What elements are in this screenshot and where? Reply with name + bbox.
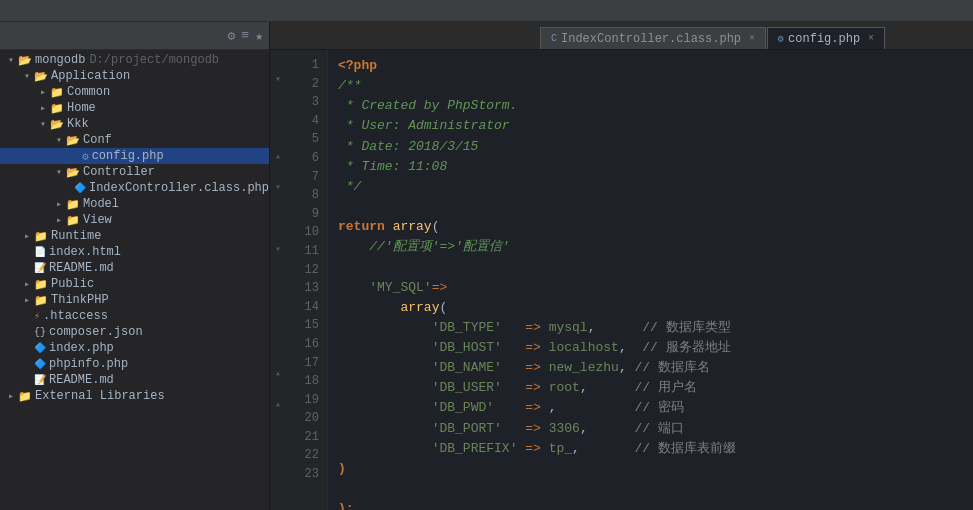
tree-item-kkk[interactable]: 📂Kkk [0,116,269,132]
code-line-23: ); [338,499,963,510]
line-num-13: 13 [292,279,319,298]
gutter-10[interactable] [270,196,286,212]
tree-item-readmemd[interactable]: 📝README.md [0,260,269,276]
gutter-13[interactable]: ▾ [270,242,286,258]
tree-arrow-application [20,70,34,82]
gutter-15[interactable] [270,273,286,289]
menu-conf[interactable] [52,9,68,13]
tree-item-indexhtml[interactable]: 📄index.html [0,244,269,260]
tree-item-thinkphp[interactable]: 📁ThinkPHP [0,292,269,308]
gutter-3[interactable] [270,87,286,103]
tree-item-common[interactable]: 📁Common [0,84,269,100]
tab-close-indexcontroller[interactable]: × [749,33,755,44]
tree-label-home: Home [67,101,96,115]
gutter-14[interactable] [270,258,286,274]
tree-label-composerjson: composer.json [49,325,143,339]
tree-item-indexcontrollerphp[interactable]: 🔷IndexController.class.php [0,180,269,196]
tree-item-htaccess[interactable]: ⚡.htaccess [0,308,269,324]
tree-label-readmemd: README.md [49,261,114,275]
tree-arrow-thinkphp [20,294,34,306]
gutter-23[interactable]: ▴ [270,397,286,413]
file-icon-configphp: ⚙ [82,150,89,163]
tab-close-config[interactable]: × [868,33,874,44]
menu-application[interactable] [20,9,36,13]
gutter-18[interactable] [270,320,286,336]
gutter-16[interactable] [270,289,286,305]
code-gutter: ▾▴▾▾▴▴ [270,50,286,510]
gutter-6[interactable] [270,134,286,150]
tree-item-phpinfophp[interactable]: 🔷phpinfo.php [0,356,269,372]
file-icon-phpinfophp: 🔷 [34,358,46,370]
tree-arrow-conf [52,134,66,146]
tree-item-configphp[interactable]: ⚙config.php [0,148,269,164]
line-num-3: 3 [292,93,319,112]
code-line-14: 'DB_TYPE' => mysql, // 数据库类型 [338,318,963,338]
code-editor[interactable]: ▾▴▾▾▴▴ 123456789101112131415161718192021… [270,50,973,510]
gutter-22[interactable] [270,382,286,398]
gutter-1[interactable] [270,56,286,72]
tab-config[interactable]: ⚙config.php× [767,27,885,49]
code-line-15: 'DB_HOST' => localhost, // 服务器地址 [338,338,963,358]
file-icon-indexcontrollerphp: 🔷 [74,182,86,194]
code-line-9: return array( [338,217,963,237]
tree-item-application[interactable]: 📂Application [0,68,269,84]
tree-item-external[interactable]: 📁External Libraries [0,388,269,404]
file-icon-indexhtml: 📄 [34,246,46,258]
tree-arrow-runtime [20,230,34,242]
code-line-16: 'DB_NAME' => new_lezhu, // 数据库名 [338,358,963,378]
tree-item-view[interactable]: 📁View [0,212,269,228]
tree-item-model[interactable]: 📁Model [0,196,269,212]
tree-item-readmemd2[interactable]: 📝README.md [0,372,269,388]
tree-label-common: Common [67,85,110,99]
code-line-17: 'DB_USER' => root, // 用户名 [338,378,963,398]
folder-icon-runtime: 📁 [34,230,48,243]
tree-label-model: Model [83,197,119,211]
tab-label-config: config.php [788,32,860,46]
tab-icon-php: C [551,33,557,44]
line-num-22: 22 [292,446,319,465]
gutter-20[interactable] [270,351,286,367]
folder-icon-view: 📁 [66,214,80,227]
sidebar-icon-2[interactable]: ≡ [241,28,249,43]
gutter-7[interactable]: ▴ [270,149,286,165]
tree-arrow-mongodb-root [4,54,18,66]
gutter-4[interactable] [270,103,286,119]
sidebar-icon-3[interactable]: ★ [255,28,263,44]
gutter-12[interactable] [270,227,286,243]
tree-arrow-controller [52,166,66,178]
tree-label-view: View [83,213,112,227]
line-num-15: 15 [292,316,319,335]
gutter-19[interactable] [270,335,286,351]
tree-item-conf[interactable]: 📂Conf [0,132,269,148]
sidebar-icon-1[interactable]: ⚙ [228,28,236,44]
gutter-2[interactable]: ▾ [270,72,286,88]
gutter-9[interactable]: ▾ [270,180,286,196]
tab-indexcontroller[interactable]: CIndexController.class.php× [540,27,766,49]
tree-label-indexcontrollerphp: IndexController.class.php [89,181,269,195]
code-line-13: array( [338,298,963,318]
gutter-17[interactable] [270,304,286,320]
tree-item-composerjson[interactable]: {}composer.json [0,324,269,340]
sidebar-toolbar: ⚙ ≡ ★ [0,22,269,50]
file-icon-htaccess: ⚡ [34,310,40,322]
code-content[interactable]: <?php/** * Created by PhpStorm. * User: … [328,50,973,510]
gutter-8[interactable] [270,165,286,181]
gutter-21[interactable]: ▴ [270,366,286,382]
menu-kkk[interactable] [36,9,52,13]
code-line-1: <?php [338,56,963,76]
tree-item-controller[interactable]: 📂Controller [0,164,269,180]
tree-path-mongodb: D:/project/mongodb [89,53,219,67]
code-line-12: 'MY_SQL'=> [338,278,963,298]
code-line-5: * Date: 2018/3/15 [338,137,963,157]
tree-item-public[interactable]: 📁Public [0,276,269,292]
code-line-20: 'DB_PREFIX' => tp_, // 数据库表前缀 [338,439,963,459]
tree-item-home[interactable]: 📁Home [0,100,269,116]
tree-arrow-home [36,102,50,114]
tree-item-indexphp[interactable]: 🔷index.php [0,340,269,356]
gutter-11[interactable] [270,211,286,227]
gutter-5[interactable] [270,118,286,134]
tree-item-runtime[interactable]: 📁Runtime [0,228,269,244]
tree-item-mongodb-root[interactable]: 📂mongodbD:/project/mongodb [0,52,269,68]
tree-label-phpinfophp: phpinfo.php [49,357,128,371]
file-icon-readmemd: 📝 [34,262,46,274]
